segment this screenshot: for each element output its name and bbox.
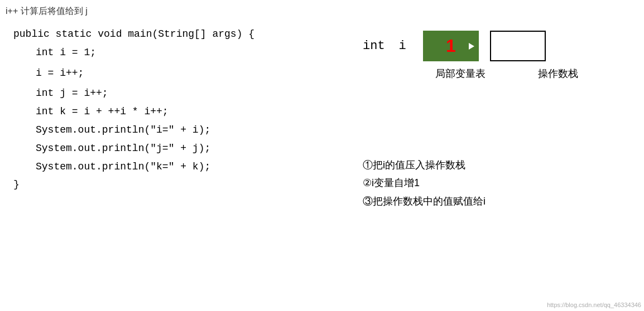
operand-stack-box [490,31,546,61]
description-line-2: ②i变量自增1 [363,174,486,192]
green-box-value: 1 [446,36,456,56]
code-line-6: System.out.println("i=" + i); [33,121,257,139]
code-line-7: System.out.println("j=" + j); [33,139,257,158]
green-box: 1 [423,31,479,61]
description-line-1: ①把i的值压入操作数栈 [363,156,486,174]
code-line-3: i = i++; [33,64,257,82]
code-line-8: System.out.println("k=" + k); [33,158,257,176]
watermark: https://blog.csdn.net/qq_46334346 [547,302,641,308]
code-line-9: } [11,176,257,194]
top-comment: i++ 计算后将值给到 j [6,6,88,17]
labels-row: 局部变量表 操作数栈 [363,67,631,80]
code-line-4: int j = i++; [33,84,257,103]
description-line-3: ③把操作数栈中的值赋值给i [363,192,486,210]
code-section: public static void main(String[] args) {… [11,25,257,194]
right-panel: int i 1 局部变量表 操作数栈 [363,31,631,80]
code-line-5: int k = i + ++i * i++; [33,103,257,121]
cursor-icon [469,43,474,50]
operand-stack-label: 操作数栈 [530,67,586,80]
code-line-2: int i = 1; [33,43,257,62]
description-section: ①把i的值压入操作数栈 ②i变量自增1 ③把操作数栈中的值赋值给i [363,156,486,210]
code-line-1: public static void main(String[] args) { [11,25,257,43]
variables-row: int i 1 [363,31,631,61]
int-type-label: int [363,39,385,53]
var-i-label: i [399,39,406,53]
local-vars-label: 局部变量表 [424,67,497,80]
